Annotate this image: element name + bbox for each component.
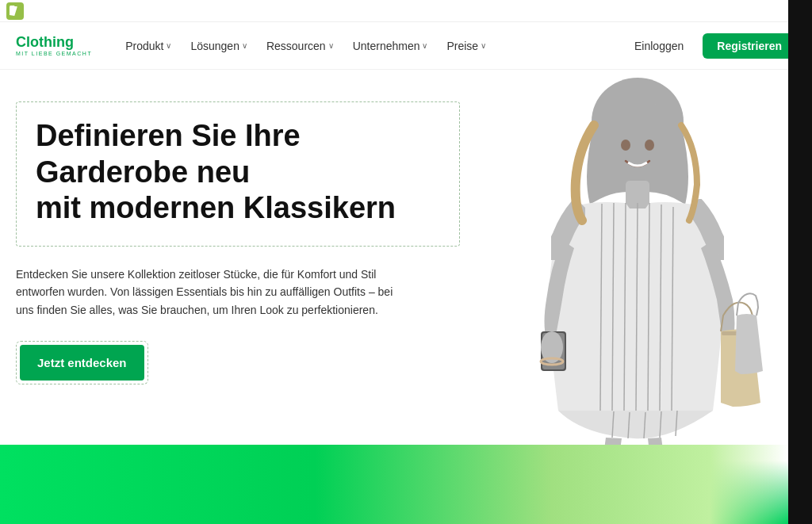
nav-item-produkt[interactable]: Produkt ∨ <box>117 35 179 57</box>
brand-tagline: MIT LIEBE GEMACHT <box>16 51 92 56</box>
nav-links: Produkt ∨ Lösungen ∨ Ressourcen ∨ Untern… <box>117 35 625 57</box>
bottom-green-gradient <box>0 445 788 524</box>
nav-item-ressourcen[interactable]: Ressourcen ∨ <box>259 35 342 57</box>
nav-item-loesungen[interactable]: Lösungen ∨ <box>182 35 255 57</box>
shopify-logo-icon <box>10 6 21 17</box>
hero-title: Definieren Sie Ihre Garderobe neu mit mo… <box>36 118 440 227</box>
navbar: Clothing MIT LIEBE GEMACHT Produkt ∨ Lös… <box>0 22 812 70</box>
nav-label-produkt: Produkt <box>125 40 163 52</box>
chevron-down-icon: ∨ <box>166 41 171 50</box>
hero-section: Definieren Sie Ihre Garderobe neu mit mo… <box>0 70 812 524</box>
register-button[interactable]: Registrieren <box>703 33 796 59</box>
nav-label-preise: Preise <box>446 40 478 52</box>
chevron-down-icon: ∨ <box>481 41 486 50</box>
nav-label-loesungen: Lösungen <box>190 40 239 52</box>
nav-label-unternehmen: Unternehmen <box>353 40 420 52</box>
nav-actions: Einloggen Registrieren <box>625 33 796 59</box>
cta-button[interactable]: Jetzt entdecken <box>20 345 144 381</box>
chevron-down-icon: ∨ <box>242 41 247 50</box>
shopify-logo <box>6 2 24 20</box>
chevron-down-icon: ∨ <box>422 41 427 50</box>
nav-label-ressourcen: Ressourcen <box>266 40 326 52</box>
hero-title-line2: mit modernen Klassikern <box>36 191 396 224</box>
headline-box: Definieren Sie Ihre Garderobe neu mit mo… <box>16 101 460 247</box>
hero-content: Definieren Sie Ihre Garderobe neu mit mo… <box>16 101 460 384</box>
hero-title-line1: Definieren Sie Ihre Garderobe neu <box>36 119 301 189</box>
svg-point-3 <box>645 140 654 151</box>
svg-point-2 <box>621 140 630 151</box>
login-button[interactable]: Einloggen <box>625 35 693 57</box>
cta-box: Jetzt entdecken <box>16 341 148 384</box>
nav-item-preise[interactable]: Preise ∨ <box>439 35 494 57</box>
chevron-down-icon: ∨ <box>328 41 334 50</box>
side-panel <box>788 0 812 524</box>
brand-logo[interactable]: Clothing MIT LIEBE GEMACHT <box>16 35 92 56</box>
hero-description: Entdecken Sie unsere Kollektion zeitlose… <box>16 266 412 319</box>
nav-item-unternehmen[interactable]: Unternehmen ∨ <box>345 35 436 57</box>
system-bar <box>0 0 812 22</box>
brand-name: Clothing <box>16 35 92 51</box>
